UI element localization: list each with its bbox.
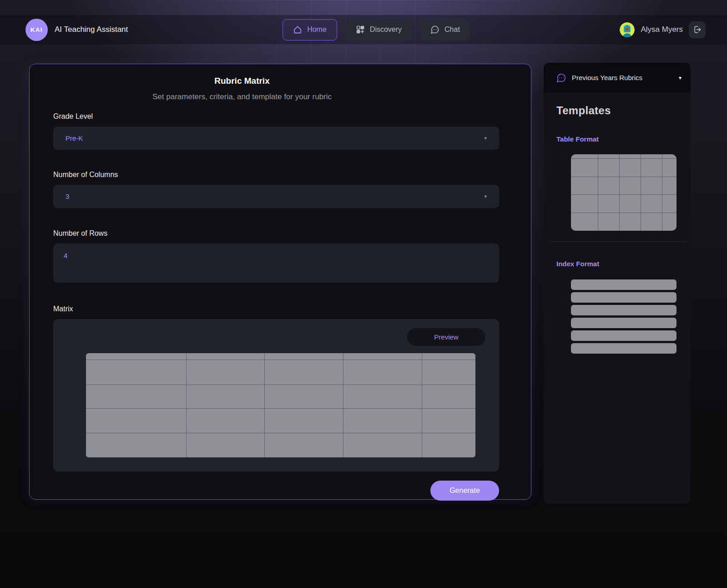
table-format-preview[interactable] [571, 154, 677, 231]
chat-bubble-icon [556, 73, 566, 83]
kai-logo: KAI [25, 19, 48, 41]
home-icon [293, 25, 302, 34]
number-of-columns-field: Number of Columns 3 ▾ [53, 171, 499, 208]
preview-button[interactable]: Preview [407, 328, 485, 346]
nav-home-label: Home [307, 25, 327, 34]
user-block: Alysa Myers [620, 21, 706, 38]
templates-heading: Templates [556, 104, 683, 117]
kai-logo-text: KAI [30, 26, 43, 33]
grade-level-select[interactable]: Pre-K ▾ [53, 127, 499, 150]
number-of-columns-select[interactable]: 3 ▾ [53, 185, 499, 208]
nav-discovery-label: Discovery [370, 25, 402, 34]
index-bar [571, 305, 677, 315]
sidebar-divider [549, 241, 687, 242]
generate-button[interactable]: Generate [430, 481, 499, 501]
matrix-label: Matrix [53, 305, 499, 313]
grade-level-field: Grade Level Pre-K ▾ [53, 112, 499, 150]
previous-years-rubrics-label: Previous Years Rubrics [572, 74, 642, 81]
index-bar [571, 318, 677, 328]
index-format-label: Index Format [556, 260, 683, 268]
number-of-rows-input[interactable]: 4 [53, 243, 499, 283]
nav-discovery-button[interactable]: Discovery [346, 19, 412, 41]
matrix-preview-panel: Preview [53, 319, 499, 471]
grade-level-value: Pre-K [66, 134, 83, 142]
brand-block: KAI AI Teaching Assistant [25, 19, 128, 41]
table-format-section: Table Format [556, 135, 683, 231]
sidebar-body: Templates Table Format Index Format [544, 92, 691, 354]
index-bar [571, 343, 677, 354]
number-of-rows-value: 4 [64, 252, 67, 259]
chevron-down-icon: ▾ [484, 194, 487, 199]
discovery-icon [356, 25, 365, 34]
index-bar [571, 330, 677, 341]
table-format-label: Table Format [556, 135, 683, 143]
user-name: Alysa Myers [641, 25, 683, 34]
logout-button[interactable] [689, 21, 706, 38]
index-bar [571, 292, 677, 303]
matrix-field: Matrix Preview [53, 305, 499, 471]
number-of-columns-value: 3 [66, 193, 69, 200]
index-bar [571, 279, 677, 290]
index-format-section: Index Format [556, 260, 683, 354]
chevron-down-icon: ▾ [484, 136, 487, 141]
main-nav: Home Discovery Chat [283, 19, 470, 41]
user-avatar[interactable] [620, 22, 635, 37]
rubric-matrix-panel: Rubric Matrix Set parameters, criteria, … [29, 64, 531, 500]
number-of-columns-label: Number of Columns [53, 171, 499, 179]
previous-years-rubrics-dropdown[interactable]: Previous Years Rubrics ▾ [544, 63, 691, 92]
matrix-grid-preview [86, 353, 475, 457]
nav-home-button[interactable]: Home [283, 19, 337, 41]
number-of-rows-field: Number of Rows 4 [53, 229, 499, 283]
logout-icon [693, 25, 702, 34]
index-format-preview[interactable] [571, 279, 677, 354]
grade-level-label: Grade Level [53, 112, 499, 121]
chat-icon [430, 25, 439, 34]
top-navbar: KAI AI Teaching Assistant Home Discovery [0, 15, 727, 44]
page-title: Rubric Matrix [53, 76, 431, 86]
number-of-rows-label: Number of Rows [53, 229, 499, 238]
chevron-down-icon: ▾ [679, 75, 682, 81]
page-subtitle: Set parameters, criteria, and template f… [53, 92, 431, 101]
nav-chat-label: Chat [444, 25, 460, 34]
nav-chat-button[interactable]: Chat [420, 19, 470, 41]
templates-sidebar: Previous Years Rubrics ▾ Templates Table… [544, 63, 691, 504]
app-title: AI Teaching Assistant [55, 25, 128, 34]
panel-header: Rubric Matrix Set parameters, criteria, … [53, 64, 431, 101]
